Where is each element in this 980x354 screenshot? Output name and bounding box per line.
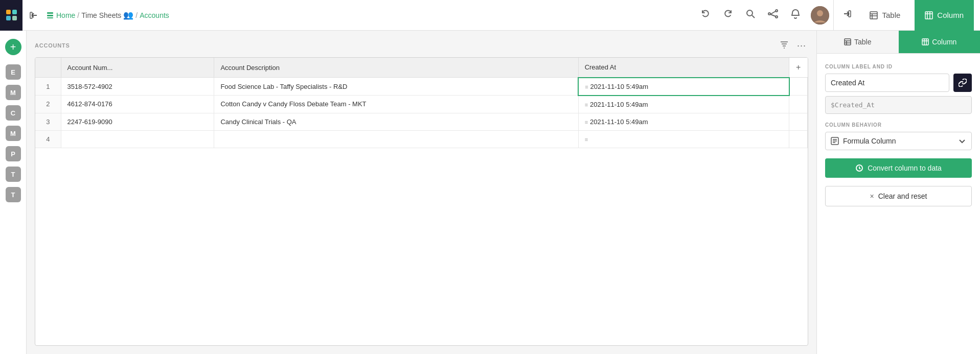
tab-column-label: Column [932, 38, 956, 46]
nav-back-button[interactable] [27, 9, 42, 22]
add-column-button[interactable]: + [796, 63, 801, 72]
search-button[interactable] [743, 7, 758, 23]
created-at-2[interactable]: ≡2021-11-10 5:49am [578, 96, 789, 113]
nav-actions [698, 6, 829, 25]
sidebar-avatar-m1[interactable]: M [6, 85, 21, 100]
svg-rect-26 [845, 39, 851, 45]
link-icon [959, 79, 967, 87]
svg-point-8 [776, 16, 778, 18]
filter-button[interactable] [778, 39, 791, 52]
breadcrumb-timesheets[interactable]: Time Sheets [81, 11, 121, 19]
table-icon [870, 11, 878, 19]
row-num-3: 3 [35, 113, 61, 130]
convert-column-button[interactable]: Convert column to data [825, 158, 972, 178]
col-header-created-at[interactable]: Created At [578, 58, 789, 78]
app-logo [0, 0, 22, 31]
add-button[interactable]: + [5, 39, 21, 55]
link-button[interactable] [953, 74, 972, 92]
sidebar-avatar-c[interactable]: C [6, 105, 21, 121]
label-input-row [825, 74, 972, 92]
sidebar-avatar-m2[interactable]: M [6, 126, 21, 141]
table-row: 1 3518-572-4902 Food Science Lab - Taffy… [35, 78, 808, 96]
col-header-num [35, 58, 61, 78]
redo-button[interactable] [721, 7, 735, 23]
extra-cell-2 [789, 96, 808, 113]
table-view-button[interactable]: Table [859, 0, 910, 31]
col-header-account-num[interactable]: Account Num... [61, 58, 214, 78]
clear-x-icon: × [870, 192, 874, 200]
description-1[interactable]: Food Science Lab - Taffy Specialists - R… [214, 78, 578, 96]
created-at-1-selected[interactable]: ≡2021-11-10 5:49am [578, 78, 789, 96]
column-label-input[interactable] [825, 74, 949, 92]
breadcrumb: Home / Time Sheets 👥 / Accounts [46, 10, 169, 20]
logo-cell-teal [12, 10, 17, 14]
breadcrumb-accounts[interactable]: Accounts [140, 11, 169, 19]
sidebar-avatar-e[interactable]: E [6, 64, 21, 80]
convert-icon [855, 164, 863, 172]
left-sidebar: + E M C M P T T [0, 31, 27, 354]
column-behavior-section: COLUMN BEHAVIOR Formula Column [825, 122, 972, 150]
column-id-input[interactable] [825, 96, 972, 114]
created-at-3[interactable]: ≡2021-11-10 5:49am [578, 113, 789, 130]
svg-rect-0 [30, 12, 32, 18]
account-num-3[interactable]: 2247-619-9090 [61, 113, 214, 130]
formula-column-label: Formula Column [843, 137, 896, 145]
column-behavior-section-title: COLUMN BEHAVIOR [825, 122, 972, 128]
tab-table[interactable]: Table [817, 31, 899, 53]
panel-content: COLUMN LABEL AND ID COLUMN BEHAVIOR [817, 54, 980, 217]
cell-doc-icon-3: ≡ [585, 119, 588, 125]
svg-line-10 [770, 14, 776, 16]
row-num-2: 2 [35, 96, 61, 113]
undo-button[interactable] [698, 7, 713, 23]
created-at-4[interactable]: ≡ [578, 130, 789, 148]
account-num-4[interactable] [61, 130, 214, 148]
formula-column-select[interactable]: Formula Column [825, 132, 972, 150]
convert-button-label: Convert column to data [868, 164, 942, 172]
sidebar-avatar-p[interactable]: P [6, 146, 21, 161]
logo-cell-orange [6, 10, 11, 14]
column-view-button[interactable]: Column [915, 0, 974, 31]
description-2[interactable]: Cotton Candy v Candy Floss Debate Team -… [214, 96, 578, 113]
breadcrumb-home[interactable]: Home [56, 11, 75, 19]
svg-rect-3 [47, 17, 53, 18]
add-column-header[interactable]: + [789, 58, 808, 78]
share-button[interactable] [766, 7, 780, 23]
description-3[interactable]: Candy Clinical Trials - QA [214, 113, 578, 130]
right-panel: Table Column COLUMN LABEL AND ID [816, 31, 980, 354]
sidebar-avatar-t1[interactable]: T [6, 167, 21, 182]
nav-arrow-right[interactable] [840, 7, 853, 23]
user-avatar[interactable] [811, 6, 829, 25]
cell-doc-icon-2: ≡ [585, 102, 588, 108]
panel-tab-bar: Table Column [817, 31, 980, 54]
description-4[interactable] [214, 130, 578, 148]
clear-button-label: Clear and reset [878, 192, 927, 200]
tab-column[interactable]: Column [899, 31, 981, 53]
svg-point-7 [768, 13, 770, 15]
svg-rect-30 [922, 39, 928, 45]
row-num-4: 4 [35, 130, 61, 148]
main-area: + E M C M P T T ACCOUNTS ··· [0, 31, 980, 354]
column-icon [925, 11, 933, 19]
column-view-label: Column [937, 11, 964, 19]
svg-point-6 [776, 10, 778, 12]
table-row: 3 2247-619-9090 Candy Clinical Trials - … [35, 113, 808, 130]
section-header: ACCOUNTS ··· [35, 39, 808, 52]
chevron-down-icon [958, 137, 966, 145]
sidebar-avatar-t2[interactable]: T [6, 187, 21, 202]
svg-rect-2 [47, 15, 53, 16]
col-header-description[interactable]: Account Description [214, 58, 578, 78]
formula-icon [831, 137, 839, 145]
logo-cell-green [12, 16, 17, 20]
clear-reset-button[interactable]: × Clear and reset [825, 186, 972, 206]
more-options-button[interactable]: ··· [795, 39, 808, 52]
svg-rect-14 [870, 12, 877, 19]
column-label-section-title: COLUMN LABEL AND ID [825, 64, 972, 69]
section-title: ACCOUNTS [35, 42, 70, 49]
account-num-2[interactable]: 4612-874-0176 [61, 96, 214, 113]
svg-point-4 [747, 10, 753, 16]
svg-line-5 [752, 15, 755, 18]
svg-rect-1 [47, 12, 53, 14]
tab-table-icon [844, 38, 851, 45]
account-num-1[interactable]: 3518-572-4902 [61, 78, 214, 96]
bell-button[interactable] [788, 7, 803, 23]
